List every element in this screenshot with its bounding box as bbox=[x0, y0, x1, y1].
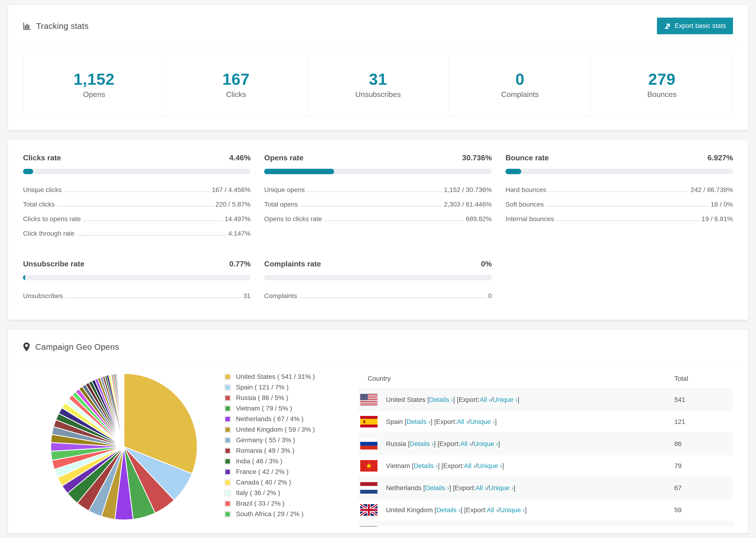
country-cell: Spain [Details ›] [Export: All › / Uniqu… bbox=[358, 416, 674, 427]
geo-table-wrap: Country Total United States [Details ›] … bbox=[358, 372, 733, 526]
rate-value: 30.736% bbox=[462, 153, 492, 162]
geo-body: United States ( 541 / 31% )Spain ( 121 /… bbox=[8, 362, 748, 526]
legend-label: India ( 46 / 3% ) bbox=[236, 457, 283, 465]
rate-row: Click through rate4.147% bbox=[23, 226, 250, 241]
export-unique-link-united-states[interactable]: Unique › bbox=[493, 396, 517, 404]
bracket-text: ] [Export: bbox=[434, 440, 460, 448]
progress-bar-bounce-rate bbox=[506, 169, 733, 174]
bracket-text: ] [Export: bbox=[438, 462, 464, 470]
rate-row: Soft bounces18 / 0% bbox=[506, 197, 733, 212]
rate-row-value: 167 / 4.456% bbox=[212, 186, 250, 194]
rate-title: Unsubscribe rate bbox=[23, 260, 84, 268]
legend-swatch bbox=[225, 416, 231, 422]
rate-row-value: 4.147% bbox=[228, 230, 250, 237]
details-link-vietnam[interactable]: Details › bbox=[414, 462, 438, 470]
details-link-netherlands[interactable]: Details › bbox=[425, 484, 449, 492]
export-unique-link-vietnam[interactable]: Unique › bbox=[477, 462, 502, 470]
details-link-russia[interactable]: Details › bbox=[410, 440, 434, 448]
legend-label: Italy ( 36 / 2% ) bbox=[236, 489, 280, 497]
progress-fill bbox=[264, 169, 334, 174]
export-all-link-united-states[interactable]: All › bbox=[479, 396, 491, 404]
bracket-text: ] bbox=[517, 396, 519, 404]
dotted-leader bbox=[549, 191, 688, 192]
geo-card: Campaign Geo Opens United States ( 541 /… bbox=[8, 329, 748, 534]
rate-block-complaints-rate: Complaints rate0%Complaints0 bbox=[264, 260, 492, 303]
legend-item: South Africa ( 29 / 2% ) bbox=[225, 510, 356, 518]
rate-rows: Unsubscribes31 bbox=[23, 289, 250, 303]
export-all-link-vietnam[interactable]: All › bbox=[464, 462, 475, 470]
dotted-leader bbox=[301, 206, 442, 207]
legend-swatch bbox=[225, 374, 231, 380]
export-unique-link-spain[interactable]: Unique › bbox=[470, 418, 495, 426]
rate-head: Complaints rate0% bbox=[264, 260, 492, 268]
flag-icon-vn bbox=[360, 460, 378, 471]
bracket-text: / bbox=[475, 462, 477, 470]
total-cell: 55 bbox=[674, 521, 733, 527]
bracket-text: ] bbox=[513, 484, 515, 492]
legend-item: United Kingdom ( 59 / 3% ) bbox=[225, 426, 356, 433]
rate-row-label: Unique opens bbox=[264, 186, 305, 194]
rate-head: Opens rate30.736% bbox=[264, 153, 492, 162]
rate-block-opens-rate: Opens rate30.736%Unique opens1,152 / 30.… bbox=[264, 153, 492, 241]
stat-label: Complaints bbox=[452, 90, 589, 99]
legend-label: Romania ( 49 / 3% ) bbox=[236, 447, 295, 455]
stat-label: Opens bbox=[26, 90, 163, 99]
rate-head: Clicks rate4.46% bbox=[23, 153, 250, 162]
legend-swatch bbox=[225, 426, 231, 433]
country-cell-td: United Kingdom [Details ›] [Export: All … bbox=[358, 499, 674, 521]
country-cell: Vietnam [Details ›] [Export: All › / Uni… bbox=[358, 460, 674, 471]
legend-item: Brazil ( 33 / 2% ) bbox=[225, 500, 356, 507]
rate-row-label: Internal bounces bbox=[506, 215, 554, 223]
rate-value: 4.46% bbox=[229, 153, 251, 162]
table-row-united-states: United States [Details ›] [Export: All ›… bbox=[358, 389, 733, 411]
stat-label: Unsubscribes bbox=[309, 90, 447, 99]
dotted-leader bbox=[300, 297, 486, 298]
export-unique-link-netherlands[interactable]: Unique › bbox=[489, 484, 513, 492]
export-unique-link-united-kingdom[interactable]: Unique › bbox=[500, 506, 525, 514]
rate-row-label: Total clicks bbox=[23, 201, 55, 208]
stat-value: 0 bbox=[452, 70, 589, 88]
details-link-united-kingdom[interactable]: Details › bbox=[436, 506, 460, 514]
table-row-germany: Germany [Details ›] [Export: All › / Uni… bbox=[358, 521, 733, 527]
legend-swatch bbox=[225, 511, 231, 517]
flag-icon-gb bbox=[360, 504, 378, 516]
country-cell-td: Netherlands [Details ›] [Export: All › /… bbox=[358, 477, 674, 499]
export-all-link-netherlands[interactable]: All › bbox=[475, 484, 487, 492]
bracket-text: ] bbox=[525, 506, 527, 514]
rate-row-label: Click through rate bbox=[23, 230, 75, 237]
export-all-link-spain[interactable]: All › bbox=[457, 418, 468, 426]
bracket-text: [ bbox=[405, 418, 406, 426]
rate-row-label: Clicks to opens rate bbox=[23, 215, 81, 223]
legend-swatch bbox=[225, 458, 231, 464]
export-basic-stats-button[interactable]: Export basic stats bbox=[657, 18, 733, 34]
stat-value: 279 bbox=[593, 70, 730, 88]
country-cell: Russia [Details ›] [Export: All › / Uniq… bbox=[358, 438, 674, 450]
dotted-leader bbox=[65, 191, 209, 192]
rate-row: Hard bounces242 / 86.738% bbox=[506, 183, 733, 197]
rate-row-label: Total opens bbox=[264, 201, 298, 208]
legend-swatch bbox=[225, 405, 231, 412]
rate-value: 0% bbox=[481, 260, 492, 268]
details-link-united-states[interactable]: Details › bbox=[429, 396, 453, 404]
legend-item: France ( 42 / 2% ) bbox=[225, 468, 356, 476]
legend-label: Spain ( 121 / 7% ) bbox=[236, 384, 289, 391]
legend-item: Netherlands ( 67 / 4% ) bbox=[225, 415, 356, 423]
rate-value: 0.77% bbox=[229, 260, 251, 268]
stat-box-bounces: 279Bounces bbox=[591, 53, 733, 116]
stat-box-clicks: 167Clicks bbox=[165, 53, 307, 116]
details-link-spain[interactable]: Details › bbox=[406, 418, 431, 426]
rate-row: Unique opens1,152 / 30.736% bbox=[264, 183, 492, 197]
progress-bar-opens-rate bbox=[264, 169, 492, 174]
bracket-text: ] [Export: bbox=[453, 396, 479, 404]
legend-item: Italy ( 36 / 2% ) bbox=[225, 489, 356, 497]
legend-item: Romania ( 49 / 3% ) bbox=[225, 447, 356, 455]
export-all-link-russia[interactable]: All › bbox=[460, 440, 471, 448]
country-name: United States bbox=[386, 396, 427, 404]
bracket-text: ] [Export: bbox=[431, 418, 457, 426]
country-name: Vietnam bbox=[386, 462, 412, 470]
export-all-link-united-kingdom[interactable]: All › bbox=[487, 506, 498, 514]
country-cell-td: Spain [Details ›] [Export: All › / Uniqu… bbox=[358, 411, 674, 433]
country-name: Spain bbox=[386, 418, 405, 426]
rate-row-value: 242 / 86.738% bbox=[690, 186, 733, 194]
export-unique-link-russia[interactable]: Unique › bbox=[473, 440, 498, 448]
